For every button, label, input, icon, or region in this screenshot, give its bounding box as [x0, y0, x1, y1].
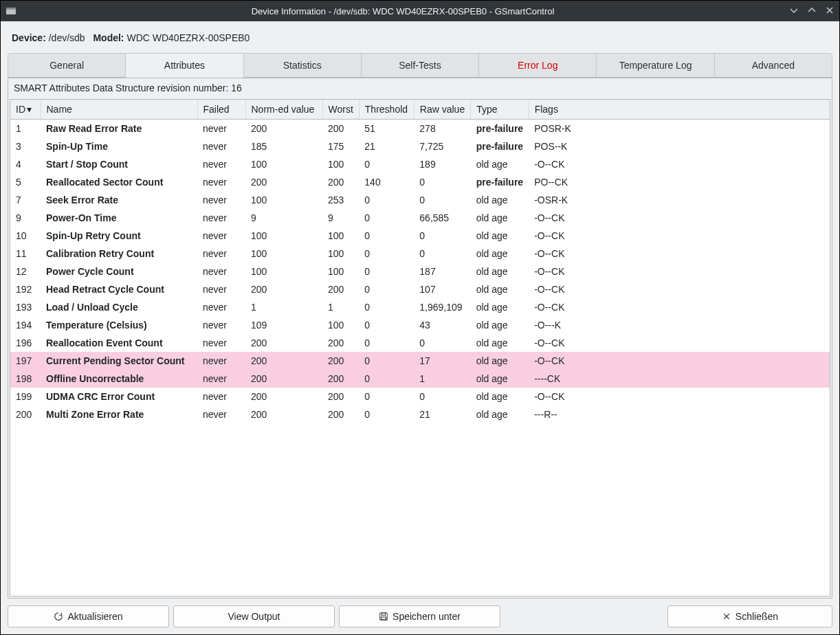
table-row[interactable]: 4Start / Stop Countnever1001000189old ag…: [10, 155, 830, 173]
maximize-button[interactable]: [806, 6, 817, 16]
app-window: Device Information - /dev/sdb: WDC WD40E…: [0, 0, 840, 635]
table-row[interactable]: 5Reallocated Sector Countnever2002001400…: [10, 173, 830, 191]
table-row[interactable]: 199UDMA CRC Error Countnever20020000old …: [10, 388, 830, 405]
cell-norm: 185: [245, 137, 322, 155]
device-label: Device:: [12, 32, 46, 43]
cell-id: 200: [10, 405, 41, 423]
cell-worst: 200: [322, 370, 359, 388]
col-name[interactable]: Name: [41, 100, 197, 120]
cell-id: 193: [10, 298, 41, 316]
table-row[interactable]: 196Reallocation Event Countnever20020000…: [10, 334, 830, 352]
cell-type: old age: [471, 405, 529, 423]
cell-name: Start / Stop Count: [41, 155, 197, 173]
cell-failed: never: [197, 388, 245, 405]
cell-norm: 200: [245, 405, 322, 423]
tab-attributes[interactable]: Attributes: [126, 53, 243, 78]
cell-raw: 43: [414, 316, 470, 334]
table-row[interactable]: 198Offline Uncorrectablenever20020001old…: [10, 370, 830, 388]
tab-self-tests[interactable]: Self-Tests: [362, 53, 479, 78]
col-threshold[interactable]: Threshold: [359, 100, 414, 120]
tab-container: General Attributes Statistics Self-Tests…: [8, 53, 832, 599]
table-row[interactable]: 12Power Cycle Countnever1001000187old ag…: [10, 263, 830, 280]
table-row[interactable]: 200Multi Zone Error Ratenever200200021ol…: [10, 405, 830, 423]
cell-name: Power Cycle Count: [41, 263, 197, 280]
close-icon: [722, 612, 731, 621]
cell-threshold: 0: [359, 352, 414, 370]
cell-worst: 100: [322, 263, 359, 280]
cell-raw: 0: [414, 245, 470, 263]
table-row[interactable]: 194Temperature (Celsius)never109100043ol…: [10, 316, 830, 334]
cell-raw: 66,585: [414, 209, 470, 227]
cell-flags: -O--CK: [529, 280, 830, 298]
cell-type: old age: [471, 155, 529, 173]
table-row[interactable]: 10Spin-Up Retry Countnever10010000old ag…: [10, 227, 830, 245]
table-row[interactable]: 193Load / Unload Cyclenever1101,969,109o…: [10, 298, 830, 316]
cell-type: old age: [471, 263, 529, 280]
tab-body: SMART Attributes Data Structure revision…: [8, 78, 832, 599]
col-worst[interactable]: Worst: [322, 100, 359, 120]
cell-norm: 100: [245, 155, 322, 173]
col-raw[interactable]: Raw value: [414, 100, 470, 120]
table-row[interactable]: 1Raw Read Error Ratenever20020051278pre-…: [10, 120, 830, 138]
minimize-button[interactable]: [788, 6, 799, 16]
cell-norm: 9: [245, 209, 322, 227]
cell-worst: 200: [322, 173, 359, 191]
close-button[interactable]: Schließen: [667, 605, 832, 627]
attributes-table: ID▾ Name Failed Norm-ed value Worst Thre…: [10, 100, 830, 423]
cell-norm: 200: [245, 388, 322, 405]
table-row[interactable]: 11Calibration Retry Countnever10010000ol…: [10, 245, 830, 263]
view-output-label: View Output: [228, 611, 280, 622]
cell-norm: 200: [245, 334, 322, 352]
refresh-button[interactable]: Aktualisieren: [8, 605, 169, 627]
cell-flags: -O--CK: [529, 334, 830, 352]
table-row[interactable]: 9Power-On Timenever99066,585old age-O--C…: [10, 209, 830, 227]
model-value: WDC WD40EZRX-00SPEB0: [126, 32, 250, 43]
col-id[interactable]: ID▾: [10, 100, 41, 120]
cell-raw: 0: [414, 334, 470, 352]
window-title: Device Information - /dev/sdb: WDC WD40E…: [23, 6, 783, 16]
attributes-table-container[interactable]: ID▾ Name Failed Norm-ed value Worst Thre…: [10, 99, 830, 597]
cell-threshold: 0: [359, 334, 414, 352]
col-type[interactable]: Type: [471, 100, 529, 120]
table-row[interactable]: 192Head Retract Cycle Countnever20020001…: [10, 280, 830, 298]
cell-raw: 0: [414, 227, 470, 245]
close-window-button[interactable]: [824, 6, 835, 16]
cell-raw: 1: [414, 370, 470, 388]
save-as-button[interactable]: Speichern unter: [339, 605, 500, 627]
titlebar[interactable]: Device Information - /dev/sdb: WDC WD40E…: [1, 1, 839, 21]
col-failed[interactable]: Failed: [197, 100, 245, 120]
tab-advanced[interactable]: Advanced: [715, 53, 832, 78]
tab-temperature-log[interactable]: Temperature Log: [597, 53, 714, 78]
cell-worst: 9: [322, 209, 359, 227]
col-flags[interactable]: Flags: [529, 100, 830, 120]
view-output-button[interactable]: View Output: [173, 605, 335, 627]
cell-id: 192: [10, 280, 41, 298]
window-controls: [788, 6, 835, 16]
cell-id: 12: [10, 263, 41, 280]
cell-worst: 100: [322, 227, 359, 245]
cell-threshold: 21: [359, 137, 414, 155]
tab-general[interactable]: General: [8, 53, 126, 78]
table-row[interactable]: 3Spin-Up Timenever185175217,725pre-failu…: [10, 137, 830, 155]
cell-failed: never: [197, 209, 245, 227]
tab-statistics[interactable]: Statistics: [244, 53, 362, 78]
table-row[interactable]: 197Current Pending Sector Countnever2002…: [10, 352, 830, 370]
cell-threshold: 0: [359, 245, 414, 263]
cell-flags: ----CK: [529, 370, 830, 388]
cell-flags: -O--CK: [529, 352, 830, 370]
table-row[interactable]: 7Seek Error Ratenever10025300old age-OSR…: [10, 191, 830, 209]
cell-id: 198: [10, 370, 41, 388]
content-area: Device: /dev/sdb Model: WDC WD40EZRX-00S…: [1, 21, 839, 634]
cell-name: Reallocated Sector Count: [41, 173, 197, 191]
cell-flags: -O---K: [529, 316, 830, 334]
tab-error-log[interactable]: Error Log: [479, 53, 597, 78]
sort-desc-icon: ▾: [27, 104, 32, 115]
cell-raw: 187: [414, 263, 470, 280]
cell-failed: never: [197, 280, 245, 298]
cell-raw: 17: [414, 352, 470, 370]
cell-norm: 200: [245, 352, 322, 370]
cell-type: old age: [471, 280, 529, 298]
cell-type: old age: [471, 209, 529, 227]
col-norm[interactable]: Norm-ed value: [245, 100, 322, 120]
cell-norm: 100: [245, 245, 322, 263]
